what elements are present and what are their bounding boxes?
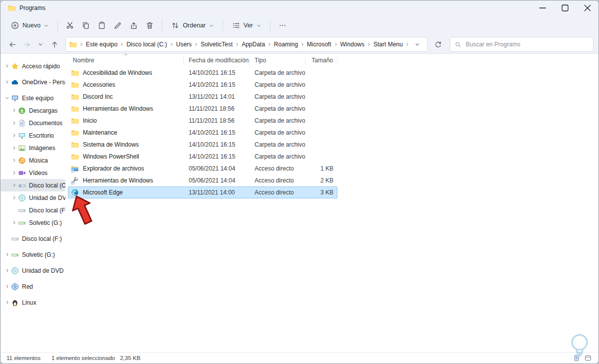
breadcrumb-item[interactable]: Start Menu	[371, 39, 405, 49]
file-row[interactable]: Accesibilidad de Windows14/10/2021 16:15…	[68, 67, 337, 79]
sidebar-item[interactable]: Acceso rápido	[0, 60, 65, 72]
chevron-right-icon[interactable]	[3, 268, 11, 273]
more-options-button[interactable]	[275, 18, 290, 33]
breadcrumb-item[interactable]: Microsoft	[305, 39, 333, 49]
chevron-down-icon[interactable]	[3, 96, 11, 100]
chevron-right-icon[interactable]	[10, 121, 18, 125]
file-name-cell: Explorador de archivos	[68, 163, 184, 175]
file-row[interactable]: Windows PowerShell14/10/2021 16:15Carpet…	[68, 151, 337, 163]
file-row[interactable]: Discord Inc13/11/2021 14:01Carpeta de ar…	[68, 91, 337, 103]
file-row[interactable]: Accessories14/10/2021 16:15Carpeta de ar…	[68, 79, 337, 91]
minimize-button[interactable]	[531, 0, 554, 15]
sidebar-item-label: Escritorio	[29, 132, 54, 139]
sidebar-item[interactable]: Imágenes	[0, 142, 65, 154]
details-view-button[interactable]	[573, 354, 582, 363]
file-row[interactable]: Microsoft Edge13/11/2021 14:00Acceso dir…	[68, 186, 337, 198]
copy-button[interactable]	[78, 18, 93, 33]
chevron-right-icon[interactable]	[10, 183, 18, 187]
view-button[interactable]: Ver	[228, 18, 266, 33]
toolbar-separator	[57, 20, 58, 31]
large-icons-view-button[interactable]	[584, 354, 593, 363]
refresh-button[interactable]	[431, 37, 445, 51]
new-button[interactable]: Nuevo	[6, 18, 53, 33]
file-explorer-window: Programs Nuevo Ordenar Ver	[0, 0, 599, 364]
sidebar-item[interactable]: Linux	[0, 296, 65, 309]
chevron-right-icon[interactable]	[10, 146, 18, 150]
address-box[interactable]: Este equipoDisco local (C:)UsersSolvetic…	[65, 37, 428, 52]
delete-button[interactable]	[142, 18, 157, 33]
breadcrumb-item[interactable]: Roaming	[272, 39, 300, 49]
file-row[interactable]: Sistema de Windows14/10/2021 16:15Carpet…	[68, 139, 337, 151]
file-row[interactable]: Maintenance14/10/2021 16:15Carpeta de ar…	[68, 127, 337, 139]
close-button[interactable]	[576, 0, 599, 15]
paste-button[interactable]	[94, 18, 109, 33]
chevron-right-icon[interactable]	[3, 284, 11, 289]
maximize-button[interactable]	[554, 0, 576, 15]
file-name: Windows PowerShell	[83, 153, 139, 160]
file-row[interactable]: Explorador de archivos05/06/2021 14:04Ac…	[68, 163, 337, 175]
file-type: Carpeta de archivos	[250, 91, 305, 103]
chevron-right-icon[interactable]	[10, 158, 18, 163]
share-button[interactable]	[126, 18, 141, 33]
chevron-right-icon	[334, 42, 338, 46]
chevron-right-icon[interactable]	[10, 108, 18, 113]
chevron-right-icon[interactable]	[3, 300, 11, 305]
drive-icon	[18, 206, 26, 214]
chevron-right-icon[interactable]	[10, 195, 18, 200]
breadcrumb-item[interactable]: Users	[174, 39, 194, 49]
file-name-cell: Windows PowerShell	[68, 151, 184, 163]
breadcrumb-item[interactable]: SolveticTest	[199, 39, 235, 49]
breadcrumb-item[interactable]: Este equipo	[84, 39, 119, 49]
file-row[interactable]: Herramientas de Windows11/11/2021 18:56C…	[68, 103, 337, 115]
sidebar-item[interactable]: Vídeos	[0, 167, 65, 179]
sidebar-item-label: Disco local (F:)	[29, 207, 65, 214]
sidebar-item[interactable]: Este equipo	[0, 92, 65, 104]
sidebar-item[interactable]: Disco local (F:)	[0, 204, 65, 216]
sidebar-item[interactable]: OneDrive - Persona	[0, 76, 65, 88]
sidebar-item[interactable]: Red	[0, 280, 65, 293]
file-size	[305, 103, 337, 115]
chevron-right-icon[interactable]	[3, 252, 11, 257]
column-header-name[interactable]: Nombre	[68, 56, 184, 65]
column-header-date[interactable]: Fecha de modificación	[184, 56, 250, 65]
rename-button[interactable]	[110, 18, 125, 33]
recent-locations-button[interactable]	[33, 37, 47, 51]
chevron-right-icon[interactable]	[10, 171, 18, 175]
sidebar-item[interactable]: Disco local (C:)	[0, 179, 65, 191]
back-button[interactable]	[5, 37, 19, 51]
chevron-right-icon[interactable]	[3, 80, 11, 84]
forward-button[interactable]	[19, 37, 33, 51]
cut-button[interactable]	[62, 18, 77, 33]
file-name: Accessories	[83, 81, 115, 88]
sidebar-item[interactable]: Solvetic (G:)	[0, 216, 65, 229]
search-input[interactable]	[465, 40, 589, 48]
file-row[interactable]: Inicio11/11/2021 18:56Carpeta de archivo…	[68, 115, 337, 127]
sidebar-item[interactable]: Solvetic (G:)	[0, 248, 65, 261]
folder-icon	[71, 141, 79, 149]
close-icon	[584, 4, 592, 12]
sidebar-item[interactable]: Música	[0, 154, 65, 167]
sidebar-item-label: Vídeos	[29, 170, 47, 177]
sort-icon	[171, 21, 179, 29]
chevron-right-icon[interactable]	[10, 220, 18, 225]
breadcrumb-item[interactable]: Disco local (C:)	[124, 39, 169, 49]
sort-button[interactable]: Ordenar	[167, 18, 218, 33]
sidebar-item[interactable]: Escritorio	[0, 129, 65, 142]
file-row[interactable]: Herramientas de Windows05/06/2021 14:04A…	[68, 175, 337, 186]
chevron-right-icon[interactable]	[3, 64, 11, 68]
address-dropdown-button[interactable]	[410, 37, 424, 51]
sidebar-item[interactable]: Disco local (F:)	[0, 232, 65, 245]
sidebar-item[interactable]: Documentos	[0, 117, 65, 129]
desktop-icon	[18, 132, 26, 140]
breadcrumb-item[interactable]: Windows	[338, 39, 367, 49]
breadcrumb-item[interactable]: AppData	[240, 39, 267, 49]
sidebar-item[interactable]: Descargas	[0, 104, 65, 117]
column-header-type[interactable]: Tipo	[250, 56, 305, 65]
up-button[interactable]	[47, 37, 61, 51]
column-header-size[interactable]: Tamaño	[305, 56, 337, 65]
sidebar-item[interactable]: Unidad de DVD (D	[0, 191, 65, 204]
column-label: Fecha de modificación	[189, 57, 249, 64]
sidebar-item-label: Unidad de DVD (D	[29, 194, 65, 201]
sidebar-item[interactable]: Unidad de DVD (D:	[0, 264, 65, 277]
chevron-right-icon[interactable]	[10, 133, 18, 138]
